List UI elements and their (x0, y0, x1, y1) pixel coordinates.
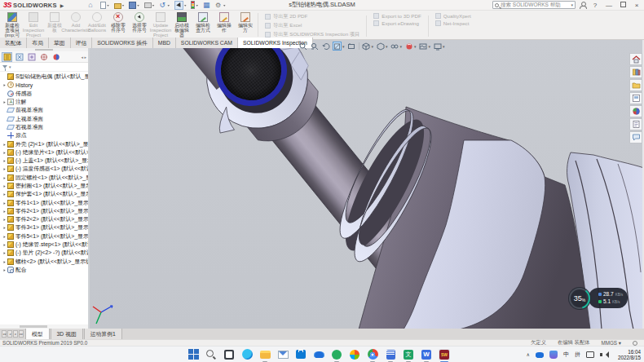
tree-item[interactable]: ▸ 外壳 (2)<1> (默认<<默认>_显示状 (0, 139, 88, 148)
tree-item[interactable]: ▸ 注解 (0, 98, 88, 106)
tree-item[interactable]: ▸ History (0, 81, 88, 89)
taskbar-app-icon[interactable] (223, 349, 235, 360)
configurationmanager-tab[interactable] (26, 52, 37, 62)
tree-item[interactable]: ▸ (-) 垫片 (2)<2> -?) (默认<<默认> (0, 249, 88, 257)
expand-arrow-icon[interactable]: ▸ (2, 242, 7, 247)
logo-flyout-arrow[interactable]: ▶ (60, 2, 64, 8)
hide-show-items-icon[interactable] (390, 42, 399, 51)
ribbon-button[interactable]: Update Inspection Project (150, 11, 171, 39)
expand-arrow-icon[interactable]: ▸ (2, 99, 7, 104)
dynamic-annotation-icon[interactable] (347, 42, 356, 51)
tree-item[interactable]: ▸ 密封圈<1> (默认<<默认>_显示状 (0, 182, 88, 190)
ime-mode[interactable]: 中 (563, 351, 569, 359)
taskbar-app-icon[interactable] (295, 349, 307, 360)
ribbon-button[interactable]: 编辑操 作 (214, 11, 235, 39)
network-monitor[interactable]: 28.7KB/s 5.1KB/s (589, 288, 628, 308)
restore-button[interactable] (620, 2, 626, 7)
print-icon[interactable]: ▾ (144, 2, 155, 8)
ribbon-button[interactable]: Edit Inspection Project (23, 11, 44, 39)
taskbar-app-icon[interactable] (277, 349, 289, 360)
expand-arrow-icon[interactable]: ▸ (2, 201, 7, 205)
ribbon-button[interactable]: 编辑检 查方式 (192, 11, 214, 39)
tree-item[interactable]: ▸ 零件2<1> (默认<<默认>_显示状态 (0, 207, 88, 215)
taskbar-app-icon[interactable] (241, 349, 253, 360)
rebuild-icon[interactable]: ▾ (191, 1, 198, 9)
tray-chevron-icon[interactable]: ∧ (527, 351, 530, 357)
command-tab[interactable]: SOLIDWORKS 插件 (92, 38, 153, 48)
expand-arrow-icon[interactable]: ▸ (2, 225, 7, 230)
expand-arrow-icon[interactable]: ▸ (2, 250, 7, 255)
volume-tray-icon[interactable] (600, 351, 608, 359)
featuremanager-tab[interactable] (2, 52, 12, 62)
display-style-icon[interactable] (376, 42, 385, 51)
command-tab[interactable]: 评估 (71, 38, 93, 48)
panel-tab-overflow[interactable]: ◂ ▸ (82, 55, 86, 60)
export-item[interactable]: QualityXpert (435, 13, 471, 19)
taskbar-app-icon[interactable]: W (421, 349, 432, 360)
custom-properties-icon[interactable] (629, 118, 642, 130)
taskbar-app-icon[interactable] (385, 349, 396, 360)
taskbar-app-icon[interactable] (187, 349, 199, 360)
tree-item[interactable]: 上视基准面 (0, 114, 88, 122)
zoom-to-area-icon[interactable] (310, 42, 319, 51)
graphics-viewport[interactable]: ▾ ▾ ▾ ▾ ▾ ▾ ▾ (90, 40, 644, 329)
undo-icon[interactable]: ↺▾ (159, 2, 170, 9)
taskbar-app-icon[interactable] (313, 349, 324, 360)
apply-scene-icon[interactable] (419, 42, 428, 51)
design-library-icon[interactable] (629, 66, 642, 78)
ribbon-button[interactable]: 启动模 板编辑 器 (171, 11, 192, 39)
export-item[interactable]: 导出至 Excel (265, 22, 359, 29)
previous-view-icon[interactable] (321, 42, 330, 51)
taskbar-clock[interactable]: 16:04 2022/8/15 (618, 349, 641, 360)
tree-item[interactable]: ▸ 螺柱<2> (默认<<默认>_显示状态 (0, 258, 88, 266)
save-icon[interactable]: ▾ (129, 2, 139, 9)
export-item[interactable]: 导出至 2D PDF (265, 13, 359, 20)
command-tab[interactable]: 布局 (27, 38, 49, 48)
command-tab[interactable]: SOLIDWORKS CAM (176, 38, 238, 48)
help-button[interactable]: ? (590, 2, 600, 9)
cpu-usage-badge[interactable]: 35% (567, 286, 592, 311)
open-icon[interactable]: ▾ (114, 2, 125, 9)
tree-item[interactable]: ▸ 配合 (0, 266, 88, 274)
expand-arrow-icon[interactable]: ▸ (2, 192, 7, 196)
options-icon[interactable]: ⚙▾ (215, 2, 226, 9)
command-tab[interactable]: 草图 (49, 38, 71, 48)
expand-arrow-icon[interactable]: ▸ (2, 150, 7, 155)
taskbar-app-icon[interactable]: 文 (403, 349, 414, 360)
expand-arrow-icon[interactable]: ▸ (2, 259, 7, 264)
expand-arrow-icon[interactable]: ▸ (2, 166, 7, 171)
tree-item[interactable]: ▸ 零件2<2> (默认<<默认>_显示状态 (0, 215, 88, 223)
tree-item[interactable]: ▸ 保护套<1> (默认<<默认>_显示状 (0, 190, 88, 198)
expand-arrow-icon[interactable]: ▸ (2, 158, 7, 163)
displaymanager-tab[interactable] (51, 52, 61, 62)
file-explorer-icon[interactable] (629, 79, 642, 91)
login-icon[interactable] (580, 2, 586, 8)
ime-pinyin[interactable]: 拼 (575, 351, 580, 359)
tree-filter[interactable]: ▾ (0, 63, 88, 72)
solidworks-forum-icon[interactable] (629, 131, 642, 143)
expand-arrow-icon[interactable]: ▸ (2, 234, 7, 239)
display-tray-icon[interactable] (586, 351, 594, 358)
solidworks-resources-icon[interactable] (629, 53, 642, 65)
expand-arrow-icon[interactable]: ▸ (2, 209, 7, 214)
expand-arrow-icon[interactable]: ▸ (2, 142, 7, 147)
model-tab[interactable]: 模型 (25, 329, 50, 339)
new-document-icon[interactable]: ▾ (100, 2, 109, 9)
tree-item[interactable]: 右视基准面 (0, 123, 88, 131)
tree-item[interactable]: ▸ 固定螺栓<1> (默认<<默认>_显示 (0, 174, 88, 182)
home-icon[interactable]: ⌂ (88, 2, 95, 9)
status-gear-icon[interactable] (633, 341, 637, 346)
ribbon-button[interactable]: 编辑实 方 (235, 11, 256, 39)
tree-item[interactable]: ▸ (-) 上盖<1> (默认<<默认>_显示状 (0, 157, 88, 165)
tree-item[interactable]: ▸ (-) 绝缘垫片<1> (默认<<默认>_显 (0, 148, 88, 157)
taskbar-app-icon[interactable] (259, 349, 271, 360)
export-item[interactable]: Export eDrawing (373, 20, 421, 26)
model-tab[interactable]: 3D 视图 (51, 329, 83, 339)
expand-arrow-icon[interactable]: ▸ (2, 267, 7, 272)
tree-item[interactable]: S型铂铑热电偶 (默认<默认_显示状态-1 (0, 73, 88, 81)
tab-nav-arrows[interactable]: ◂◂◂▸▸▸ (0, 329, 25, 339)
tree-item[interactable]: ▸ 零件1<1> (默认<<默认>_显示状态 (0, 198, 88, 206)
taskbar-app-icon[interactable]: SW (439, 349, 450, 360)
dimxpertmanager-tab[interactable] (38, 52, 49, 62)
command-tab[interactable]: 装配体 (0, 38, 27, 48)
